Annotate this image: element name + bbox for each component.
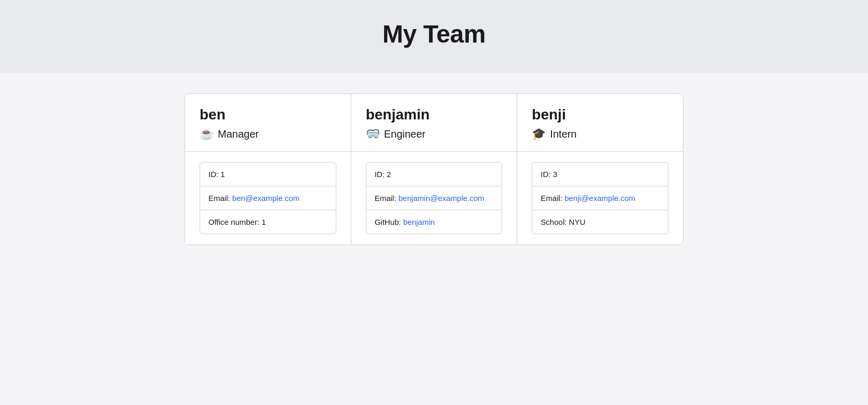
- role-label-benjamin: Engineer: [384, 128, 426, 140]
- info-box-ben: ID: 1Email: ben@example.comOffice number…: [200, 162, 336, 234]
- member-role-ben: ☕Manager: [200, 127, 336, 141]
- role-icon-ben: ☕: [200, 127, 214, 141]
- main-content: ben☕ManagerID: 1Email: ben@example.comOf…: [0, 73, 868, 405]
- info-link-benji-email[interactable]: benji@example.com: [564, 194, 635, 203]
- team-card-benji: benji🎓InternID: 3Email: benji@example.co…: [517, 94, 683, 245]
- info-row-ben-email: Email: ben@example.com: [200, 186, 336, 210]
- page-header: My Team: [0, 0, 868, 73]
- info-row-ben-office-number: Office number: 1: [200, 210, 336, 234]
- role-label-ben: Manager: [218, 128, 259, 140]
- info-link-ben-email[interactable]: ben@example.com: [232, 194, 299, 203]
- member-name-benjamin: benjamin: [366, 106, 503, 123]
- member-name-ben: ben: [200, 106, 336, 123]
- role-label-benji: Intern: [550, 128, 576, 140]
- info-row-benjamin-github: GitHub: benjamin: [366, 210, 502, 234]
- team-grid: ben☕ManagerID: 1Email: ben@example.comOf…: [185, 93, 683, 245]
- team-card-ben: ben☕ManagerID: 1Email: ben@example.comOf…: [185, 94, 351, 245]
- role-icon-benji: 🎓: [532, 127, 546, 141]
- info-row-ben-id: ID: 1: [200, 163, 336, 186]
- info-link-benjamin-github[interactable]: benjamin: [403, 218, 435, 226]
- info-row-benji-email: Email: benji@example.com: [532, 186, 668, 210]
- info-row-benji-school: School: NYU: [532, 210, 668, 234]
- role-icon-benjamin: 🥽: [366, 127, 380, 141]
- info-row-benjamin-email: Email: benjamin@example.com: [366, 186, 502, 210]
- member-role-benji: 🎓Intern: [532, 127, 668, 141]
- info-row-benjamin-id: ID: 2: [366, 163, 502, 186]
- info-link-benjamin-email[interactable]: benjamin@example.com: [399, 194, 484, 203]
- info-box-benjamin: ID: 2Email: benjamin@example.comGitHub: …: [366, 162, 503, 234]
- info-box-benji: ID: 3Email: benji@example.comSchool: NYU: [532, 162, 668, 234]
- member-role-benjamin: 🥽Engineer: [366, 127, 503, 141]
- page-title: My Team: [383, 20, 485, 48]
- info-row-benji-id: ID: 3: [532, 163, 668, 186]
- team-card-benjamin: benjamin🥽EngineerID: 2Email: benjamin@ex…: [351, 94, 518, 245]
- member-name-benji: benji: [532, 106, 668, 123]
